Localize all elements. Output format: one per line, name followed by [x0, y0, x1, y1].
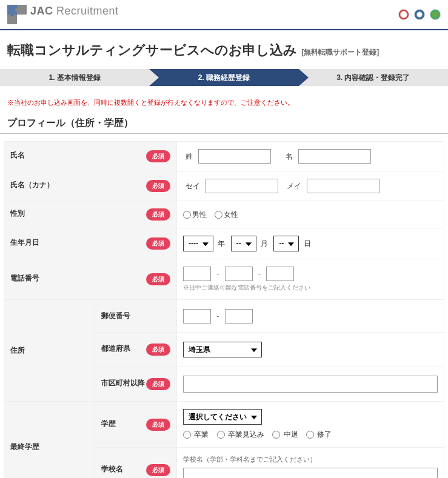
- logo-text: JAC Recruitment: [30, 5, 119, 18]
- label-birthdate: 生年月日 必須: [4, 228, 177, 259]
- page-title: 転職コンサルティングサービスへのお申し込み: [7, 42, 297, 58]
- label-prefecture: 都道府県 必須: [95, 333, 177, 367]
- header: JAC Recruitment: [0, 0, 448, 30]
- radio-chutai-label[interactable]: 中退: [272, 430, 298, 439]
- section-title-profile: プロフィール（住所・学歴）: [0, 117, 448, 134]
- radio-male[interactable]: [183, 211, 191, 219]
- input-sei[interactable]: [198, 149, 271, 164]
- required-badge: 必須: [146, 208, 170, 221]
- input-school[interactable]: [183, 468, 438, 478]
- label-school: 学校名 必須: [95, 448, 177, 479]
- step-2-active: 2. 職務経歴登録: [149, 69, 298, 86]
- required-badge: 必須: [146, 378, 170, 390]
- label-city: 市区町村以降 必須: [95, 367, 177, 402]
- step-3: 3. 内容確認・登録完了: [299, 69, 448, 86]
- cell-prefecture: 埼玉県: [177, 333, 444, 367]
- select-degree[interactable]: 選択してください: [183, 409, 262, 425]
- required-badge: 必須: [146, 344, 170, 356]
- label-education: 最終学歴: [4, 402, 95, 479]
- radio-chutai[interactable]: [272, 431, 280, 439]
- label-sei-kana: セイ: [186, 182, 200, 190]
- input-city[interactable]: [183, 376, 438, 393]
- cell-city: [177, 367, 444, 402]
- required-badge: 必須: [146, 273, 170, 285]
- svg-point-4: [10, 13, 14, 16]
- label-phone: 電話番号 必須: [4, 259, 177, 300]
- radio-male-label[interactable]: 男性: [183, 210, 207, 219]
- input-mei[interactable]: [298, 149, 371, 164]
- progress-steps: 1. 基本情報登録 2. 職務経歴登録 3. 内容確認・登録完了: [0, 69, 448, 86]
- radio-female-label[interactable]: 女性: [215, 210, 238, 219]
- radio-sotsugyo-label[interactable]: 卒業: [183, 430, 209, 439]
- radio-mikomi[interactable]: [217, 431, 225, 439]
- required-badge: 必須: [146, 237, 170, 250]
- page-subtitle: [無料転職サポート登録]: [301, 48, 379, 56]
- cell-postal: -: [177, 300, 444, 333]
- label-degree: 学歴 必須: [95, 402, 177, 448]
- label-name: 氏名 必須: [4, 142, 177, 171]
- input-postal-2[interactable]: [225, 309, 253, 324]
- select-day[interactable]: --: [273, 236, 299, 251]
- input-phone-2[interactable]: [225, 267, 253, 281]
- select-month[interactable]: --: [231, 236, 256, 251]
- page-title-block: 転職コンサルティングサービスへのお申し込み [無料転職サポート登録]: [0, 30, 448, 69]
- step-1: 1. 基本情報登録: [0, 69, 149, 86]
- radio-shuryo[interactable]: [306, 431, 314, 439]
- cert-icon-1: [398, 9, 409, 20]
- cell-name-kana: セイ メイ: [177, 171, 444, 201]
- cell-birthdate: ---- 年 -- 月 -- 日: [177, 228, 444, 259]
- profile-form-table: 氏名 必須 姓 名 氏名（カナ） 必須 セイ メイ: [4, 141, 444, 478]
- input-phone-1[interactable]: [183, 267, 211, 281]
- logo-puzzle-icon: [7, 5, 27, 24]
- cell-name: 姓 名: [177, 142, 444, 171]
- label-postal: 郵便番号: [95, 300, 177, 333]
- logo: JAC Recruitment: [7, 5, 119, 24]
- label-sei: 姓: [186, 152, 193, 161]
- cert-icon-2: [414, 9, 425, 20]
- select-prefecture[interactable]: 埼玉県: [183, 342, 262, 357]
- radio-mikomi-label[interactable]: 卒業見込み: [217, 430, 264, 439]
- radio-shuryo-label[interactable]: 修了: [306, 430, 332, 439]
- svg-point-3: [15, 8, 19, 12]
- cert-icon-3: [430, 9, 441, 20]
- header-cert-icons: [398, 9, 441, 20]
- warning-text: ※当社のお申し込み画面を、同時に複数開くと登録が行えなくなりますので、ご注意くだ…: [0, 98, 448, 117]
- cell-phone: - - ※日中ご連絡可能な電話番号をご記入ください: [177, 259, 444, 300]
- required-badge: 必須: [146, 150, 170, 162]
- label-mei-kana: メイ: [287, 182, 301, 190]
- required-badge: 必須: [146, 180, 170, 192]
- label-address: 住所: [4, 300, 95, 402]
- required-badge: 必須: [146, 419, 170, 431]
- radio-female[interactable]: [215, 211, 222, 219]
- label-gender: 性別 必須: [4, 201, 177, 228]
- label-name-kana: 氏名（カナ） 必須: [4, 171, 177, 201]
- note-school: 学校名（学部・学科名までご記入ください）: [183, 455, 438, 464]
- input-sei-kana[interactable]: [206, 179, 278, 193]
- cell-school: 学校名（学部・学科名までご記入ください）: [177, 448, 444, 479]
- input-phone-3[interactable]: [266, 267, 294, 281]
- cell-gender: 男性 女性: [177, 201, 444, 228]
- select-year[interactable]: ----: [183, 236, 213, 251]
- cell-degree: 選択してください 卒業 卒業見込み 中退 修了: [177, 402, 444, 448]
- radio-sotsugyo[interactable]: [183, 431, 191, 439]
- label-mei: 名: [286, 152, 293, 161]
- required-badge: 必須: [146, 464, 170, 476]
- input-mei-kana[interactable]: [307, 179, 379, 193]
- input-postal-1[interactable]: [183, 309, 211, 324]
- note-phone: ※日中ご連絡可能な電話番号をご記入ください: [183, 284, 438, 292]
